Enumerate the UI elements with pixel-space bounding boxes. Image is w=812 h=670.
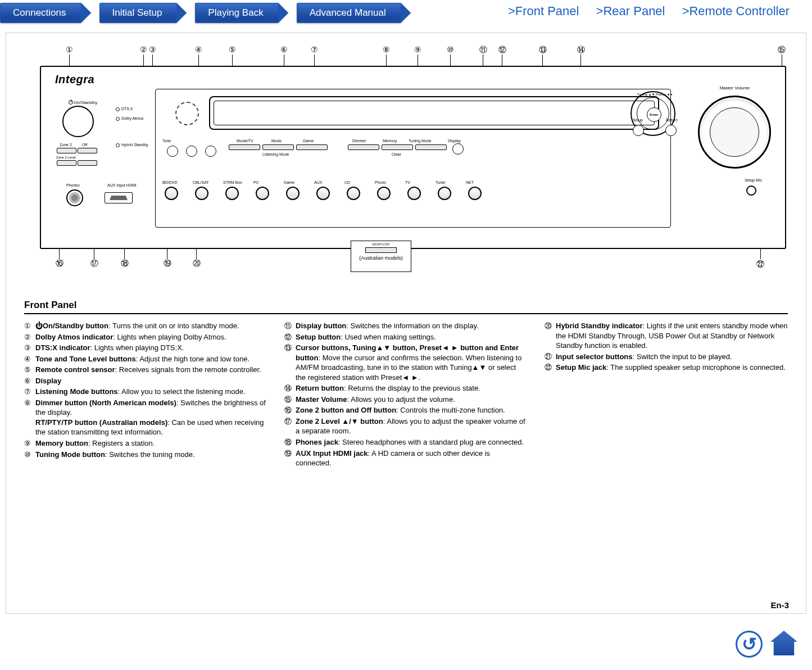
section-rule — [24, 313, 788, 314]
off-button — [78, 148, 97, 153]
item-body: Tuning Mode button: Switches the tuning … — [35, 450, 267, 460]
onstandby-label: On/Standby — [69, 99, 97, 105]
nav-initial-setup[interactable]: Initial Setup — [99, 3, 178, 23]
item-num: ⑮ — [284, 395, 296, 405]
item-num: ⑦ — [24, 387, 35, 397]
remote-sensor — [175, 102, 199, 125]
home-icon[interactable] — [770, 631, 797, 655]
link-remote-controller[interactable]: >Remote Controller — [682, 4, 790, 18]
list-item: ㉑Input selector buttons: Switch the inpu… — [545, 352, 788, 362]
selector-label-tuner: Tuner — [436, 180, 446, 184]
selector-button-aux — [316, 187, 330, 200]
callout-2: ② — [140, 45, 147, 54]
item-num: ⑰ — [284, 417, 296, 436]
item-num: ⑨ — [24, 438, 35, 449]
item-num: ② — [24, 332, 35, 342]
listening-mode-label: Listening Mode — [262, 152, 289, 156]
item-num: ⑱ — [284, 437, 296, 447]
diagram: ① ② ③ ④ ⑤ ⑥ ⑦ ⑧ ⑨ ⑩ ⑪ ⑫ ⑬ ⑭ ⑮ ⑯ ⑰ ⑱ ⑲ — [24, 48, 788, 266]
item-num: ⑲ — [284, 449, 296, 468]
item-body: AUX Input HDMI jack: A HD camera or such… — [296, 449, 528, 468]
nav-advanced-manual[interactable]: Advanced Manual — [297, 3, 401, 23]
zone2-level-down — [57, 160, 76, 166]
setup-button — [633, 125, 644, 136]
zone2-label: Zone 2 — [60, 143, 72, 147]
back-icon[interactable]: ↻ — [736, 631, 763, 658]
master-volume-label: Master Volume — [720, 85, 750, 90]
power-icon — [69, 100, 73, 105]
list-item: ③DTS:X indicator: Lights when playing DT… — [24, 343, 267, 353]
top-nav: Connections Initial Setup Playing Back A… — [0, 0, 812, 24]
item-body: Hybrid Standby indicator: Lights if the … — [556, 321, 788, 351]
onstandby-button — [62, 106, 94, 137]
tone-button — [167, 146, 178, 157]
return-button — [665, 125, 677, 136]
setup-label: Setup — [633, 118, 643, 122]
tone-label: Tone — [162, 139, 171, 143]
callout-10: ⑩ — [447, 45, 454, 54]
callout-11: ⑪ — [479, 45, 487, 55]
item-body: Setup button: Used when making settings. — [296, 332, 528, 342]
memory-button — [382, 144, 413, 150]
list-item: ㉒Setup Mic jack: The supplied speaker se… — [545, 363, 788, 373]
selector-label-strmbox: STRM Box — [223, 180, 242, 184]
item-body: Zone 2 button and Off button: Controls t… — [296, 405, 528, 415]
list-item: ⑲AUX Input HDMI jack: A HD camera or suc… — [284, 449, 528, 468]
selector-label-tv: TV — [405, 180, 410, 184]
item-body: Dimmer button (North American models): S… — [35, 398, 267, 437]
list-item: ⑮Master Volume: Allows you to adjust the… — [284, 395, 528, 405]
item-num: ① — [24, 321, 35, 331]
item-num: ③ — [24, 343, 35, 353]
nav-playing-back[interactable]: Playing Back — [195, 3, 278, 23]
tone-plus-button — [205, 146, 216, 157]
selector-button-strmbox — [225, 187, 239, 200]
music-label: Music — [271, 139, 282, 143]
list-item: ⑥Display — [24, 376, 267, 386]
selector-label-pc: PC — [253, 180, 259, 184]
item-body: ⏻On/Standby button: Turns the unit on or… — [35, 321, 267, 331]
zone2-level-label: Zone 2 Level — [56, 156, 76, 159]
off-label: Off — [82, 143, 87, 147]
item-body: Return button: Returns the display to th… — [296, 383, 528, 393]
item-body: Display — [35, 376, 267, 386]
description-column-2: ⑪Display button: Switches the informatio… — [284, 321, 528, 469]
selector-button-tuner — [438, 187, 451, 200]
list-item: ⑭Return button: Returns the display to t… — [284, 383, 528, 393]
tuningmode-button — [415, 144, 447, 150]
item-num: ⑯ — [284, 405, 296, 415]
link-front-panel[interactable]: >Front Panel — [508, 4, 579, 18]
item-body: Dolby Atmos indicator: Lights when playi… — [35, 332, 267, 342]
music-button — [262, 144, 294, 150]
front-panel-outline: Integra On/Standby Zone 2 Off Zone 2 Lev… — [40, 66, 786, 249]
callout-7: ⑦ — [311, 45, 318, 54]
setup-mic-label: Setup Mic — [745, 178, 762, 182]
movietv-label: Movie/TV — [237, 139, 253, 143]
item-body: Display button: Switches the information… — [296, 321, 528, 331]
rt-pty-tp-button — [365, 247, 397, 253]
callout-15: ⑮ — [778, 45, 786, 55]
aux-hdmi-port — [105, 192, 133, 203]
footer-icons: ↻ — [736, 631, 797, 658]
description-column-1: ①⏻On/Standby button: Turns the unit on o… — [24, 321, 267, 469]
list-item: ⑰Zone 2 Level ▲/▼ button: Allows you to … — [284, 417, 528, 436]
selector-label-net: NET — [466, 180, 474, 184]
link-rear-panel[interactable]: >Rear Panel — [596, 4, 665, 18]
nav-connections[interactable]: Connections — [0, 3, 81, 23]
selector-label-aux: AUX — [314, 180, 322, 184]
tone-minus-button — [186, 146, 197, 157]
item-num: ㉒ — [545, 363, 556, 373]
item-body: Input selector buttons: Switch the input… — [556, 352, 788, 362]
list-item: ⑨Memory button: Registers a station. — [24, 438, 267, 449]
return-label: Return — [666, 118, 678, 122]
callout-4: ④ — [195, 45, 202, 54]
selector-button-cd — [347, 187, 360, 200]
callout-17: ⑰ — [90, 259, 98, 269]
callout-3: ③ — [149, 45, 156, 54]
selector-label-game: Game — [284, 180, 294, 184]
master-volume-knob — [698, 96, 771, 169]
callout-13: ⑬ — [539, 45, 547, 55]
item-body: Zone 2 Level ▲/▼ button: Allows you to a… — [296, 417, 528, 436]
item-num: ㉑ — [545, 352, 556, 362]
callout-5: ⑤ — [229, 45, 236, 54]
item-num: ⑩ — [24, 450, 35, 460]
